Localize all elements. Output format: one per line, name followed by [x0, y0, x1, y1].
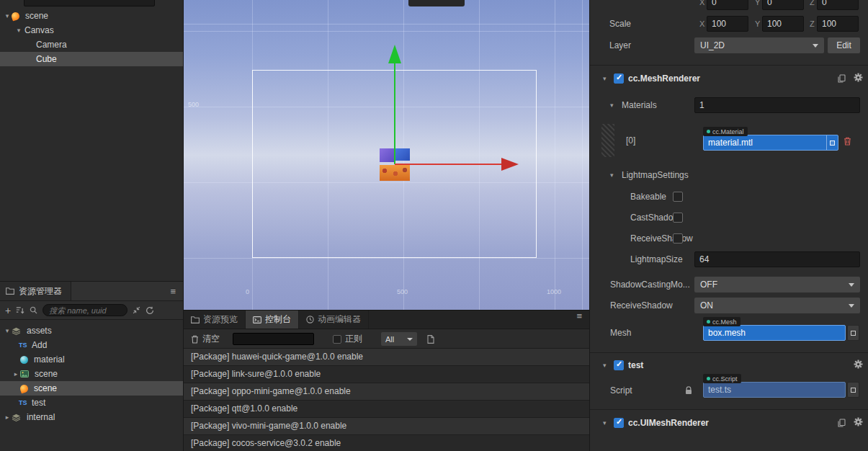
- mesh-asset-field[interactable]: box.mesh: [703, 325, 846, 341]
- asset-node-scene-folder[interactable]: ▸ scene: [0, 367, 183, 381]
- scene-viewport[interactable]: 500 0 500 1000: [184, 0, 589, 310]
- add-asset-button[interactable]: +: [5, 305, 11, 316]
- console-log-row[interactable]: [Package] huawei-quick-game@1.0.0 enable: [184, 349, 589, 366]
- asset-node-scene-file[interactable]: scene: [0, 381, 183, 396]
- rotation-z-field[interactable]: 0: [817, 0, 859, 10]
- layer-edit-button[interactable]: Edit: [828, 37, 860, 53]
- scale-z-field[interactable]: 100: [817, 16, 859, 32]
- asset-picker-icon[interactable]: [826, 135, 838, 150]
- delete-material-icon[interactable]: [844, 137, 851, 146]
- asset-node-material[interactable]: material: [0, 352, 183, 367]
- mesh-label: Mesh: [610, 325, 631, 341]
- lightmapsize-field[interactable]: 64: [694, 251, 860, 267]
- node-label: Canvas: [24, 25, 54, 35]
- castshadow-checkbox[interactable]: [673, 213, 683, 223]
- assets-root-icon: [12, 327, 21, 335]
- panel-menu-icon[interactable]: ≡: [576, 311, 589, 329]
- component-doc-icon[interactable]: [838, 419, 846, 427]
- asset-label: material: [34, 354, 65, 365]
- bottom-tabbar: 资源预览 控制台 动画编辑器 ≡: [184, 311, 589, 329]
- script-asset-value: test.ts: [708, 385, 731, 395]
- assets-panel-title: 资源管理器: [0, 282, 71, 300]
- tree-node-cube[interactable]: Cube: [0, 52, 183, 66]
- caret-down-icon[interactable]: ▾: [14, 27, 23, 34]
- panel-menu-icon[interactable]: ≡: [170, 286, 183, 297]
- component-doc-icon[interactable]: [838, 74, 846, 83]
- asset-label: assets: [27, 326, 52, 336]
- viewport-toolbar-sliver[interactable]: [408, 0, 465, 6]
- asset-node-add[interactable]: TS Add: [0, 338, 183, 352]
- asset-node-test[interactable]: TS test: [0, 396, 183, 410]
- shadowcasting-dropdown[interactable]: OFF: [694, 277, 860, 293]
- gear-icon[interactable]: [854, 73, 863, 82]
- node-label: Camera: [36, 40, 67, 50]
- tab-animation-editor[interactable]: 动画编辑器: [299, 311, 369, 329]
- regex-checkbox[interactable]: [333, 335, 341, 344]
- tree-node-canvas[interactable]: ▾ Canvas: [0, 23, 183, 37]
- caret-down-icon[interactable]: ▾: [3, 12, 12, 19]
- caret-right-icon[interactable]: ▸: [3, 414, 12, 421]
- gizmo-x-axis[interactable]: [395, 164, 503, 165]
- gizmo-x-axis-arrowhead[interactable]: [501, 158, 519, 171]
- lock-icon[interactable]: [685, 386, 692, 395]
- scene-image-icon: [20, 370, 29, 378]
- sort-icon[interactable]: [16, 306, 24, 314]
- export-log-icon[interactable]: [427, 335, 434, 344]
- receiveshadow-dropdown[interactable]: ON: [694, 298, 860, 313]
- receiveshadow-checkbox[interactable]: [673, 233, 683, 244]
- gizmo-y-axis-arrowhead[interactable]: [388, 45, 401, 63]
- test-enabled-checkbox[interactable]: [614, 360, 624, 370]
- console-log-row[interactable]: [Package] qtt@1.0.0 enable: [184, 401, 589, 418]
- receiveshadow-mode-label: ReceiveShadow: [610, 298, 673, 313]
- tree-node-scene[interactable]: ▾ scene: [0, 9, 183, 23]
- folder-icon: [6, 287, 14, 295]
- console-filter-input[interactable]: [233, 333, 314, 345]
- caret-right-icon[interactable]: ▸: [12, 370, 20, 378]
- console-log-row[interactable]: [Package] cocos-service@3.0.2 enable: [184, 435, 589, 451]
- asset-node-assets[interactable]: ▾ assets: [0, 323, 183, 338]
- caret-down-icon[interactable]: ▾: [603, 415, 607, 431]
- caret-down-icon[interactable]: ▾: [603, 357, 607, 373]
- layer-dropdown[interactable]: UI_2D: [694, 37, 824, 53]
- caret-down-icon[interactable]: ▾: [610, 97, 614, 113]
- search-icon[interactable]: [30, 306, 37, 314]
- collapse-all-icon[interactable]: [133, 306, 140, 314]
- tab-console[interactable]: 控制台: [246, 311, 299, 329]
- tab-asset-preview[interactable]: 资源预览: [184, 311, 246, 329]
- assets-search-input[interactable]: [42, 304, 127, 316]
- axis-y-label: Y: [755, 16, 760, 32]
- rotation-y-field[interactable]: 0: [762, 0, 804, 10]
- tree-node-camera[interactable]: Camera: [0, 37, 183, 52]
- gear-icon[interactable]: [854, 417, 863, 427]
- console-log-row[interactable]: [Package] vivo-mini-game@1.0.0 enable: [184, 418, 589, 435]
- asset-node-internal[interactable]: ▸ internal: [0, 410, 183, 424]
- meshrenderer-enabled-checkbox[interactable]: [614, 73, 624, 84]
- console-log-row[interactable]: [Package] link-sure@1.0.0 enable: [184, 366, 589, 383]
- hierarchy-search-input[interactable]: [24, 0, 155, 6]
- material-asset-field[interactable]: material.mtl: [703, 135, 838, 151]
- materials-count-field[interactable]: 1: [694, 97, 860, 113]
- caret-down-icon[interactable]: ▾: [603, 71, 607, 86]
- shadowcasting-label: ShadowCastingMo...: [610, 277, 690, 293]
- uimeshrenderer-enabled-checkbox[interactable]: [614, 418, 624, 428]
- mesh-picker-button[interactable]: [847, 325, 859, 341]
- rotation-x-field[interactable]: 0: [707, 0, 748, 10]
- console-log-row[interactable]: [Package] oppo-mini-game@1.0.0 enable: [184, 383, 589, 401]
- clear-console-button[interactable]: 清空: [191, 333, 220, 345]
- caret-down-icon[interactable]: ▾: [3, 327, 12, 334]
- scale-y-field[interactable]: 100: [762, 16, 804, 32]
- gear-icon[interactable]: [854, 360, 863, 369]
- inspector-panel: X 0 Y 0 Z 0 Scale X 100 Y 100 Z 100 Laye…: [589, 0, 868, 451]
- materials-label: Materials: [622, 97, 657, 113]
- bakeable-checkbox[interactable]: [673, 192, 683, 202]
- log-level-dropdown[interactable]: All: [381, 332, 417, 346]
- material-asset-value: material.mtl: [708, 138, 753, 148]
- script-asset-field[interactable]: test.ts: [703, 382, 846, 398]
- caret-down-icon[interactable]: ▾: [610, 167, 614, 183]
- gizmo-y-axis[interactable]: [394, 62, 395, 164]
- ruler-label: 0: [246, 288, 249, 295]
- script-picker-button[interactable]: [847, 382, 859, 398]
- refresh-icon[interactable]: [146, 306, 154, 315]
- drag-handle[interactable]: [601, 124, 614, 157]
- scale-x-field[interactable]: 100: [707, 16, 748, 32]
